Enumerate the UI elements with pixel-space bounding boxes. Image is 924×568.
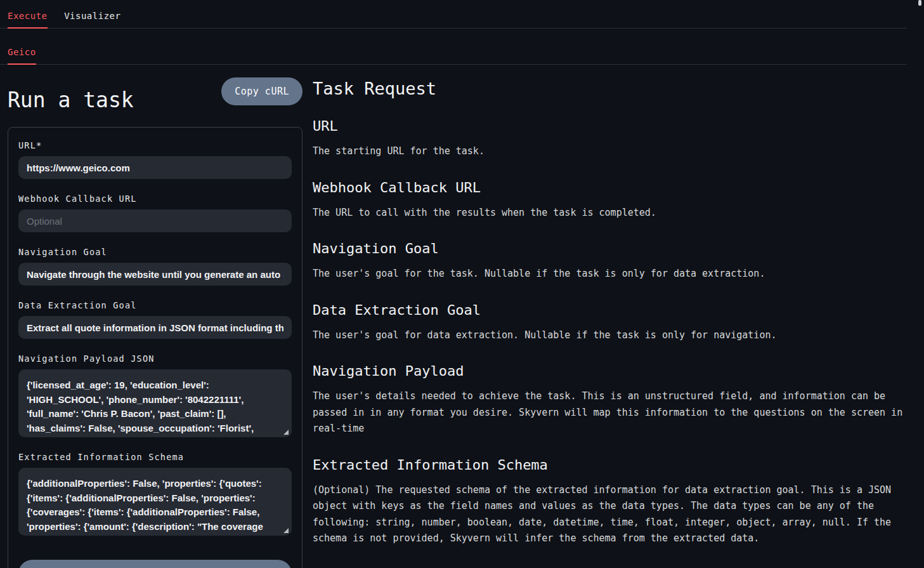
task-form-panel: Run a task Copy cURL URL* Webhook Callba… xyxy=(8,65,303,568)
section-navigation-goal-heading: Navigation Goal xyxy=(313,241,912,256)
copy-curl-button[interactable]: Copy cURL xyxy=(221,77,303,105)
tab-execute[interactable]: Execute xyxy=(8,11,48,28)
tab-visualizer[interactable]: Visualizer xyxy=(64,11,120,28)
page-title: Run a task xyxy=(8,77,134,112)
section-url-description: The starting URL for the task. xyxy=(313,143,906,160)
task-form-card: URL* Webhook Callback URL Navigation Goa… xyxy=(8,127,303,568)
url-field-group: URL* xyxy=(18,140,292,179)
left-header: Run a task Copy cURL xyxy=(8,77,303,112)
main-tabbar: Execute Visualizer xyxy=(0,0,907,29)
section-url-heading: URL xyxy=(313,118,912,134)
section-navigation-payload-description: The user's details needed to achieve the… xyxy=(313,388,906,437)
extracted-schema-wrap: {'additionalProperties': False, 'propert… xyxy=(18,468,292,536)
section-navigation-payload-heading: Navigation Payload xyxy=(313,363,912,379)
navigation-goal-input[interactable] xyxy=(18,263,292,286)
section-navigation-goal-description: The user's goal for the task. Nullable i… xyxy=(313,266,906,282)
task-request-docs-panel: Task Request URL The starting URL for th… xyxy=(313,65,912,568)
task-request-title: Task Request xyxy=(313,79,912,98)
extracted-schema-label: Extracted Information Schema xyxy=(18,452,292,462)
navigation-goal-label: Navigation Goal xyxy=(18,247,292,257)
navigation-payload-field-group: Navigation Payload JSON {'licensed_at_ag… xyxy=(18,353,292,437)
webhook-input[interactable] xyxy=(18,209,292,232)
secondary-tabbar: Geico xyxy=(0,29,907,65)
section-data-extraction-goal-description: The user's goal for data extraction. Nul… xyxy=(313,327,906,344)
webhook-label: Webhook Callback URL xyxy=(18,194,292,204)
url-label: URL* xyxy=(18,140,292,150)
resize-handle-icon[interactable] xyxy=(283,430,289,435)
extracted-schema-textarea[interactable]: {'additionalProperties': False, 'propert… xyxy=(18,468,292,536)
navigation-payload-label: Navigation Payload JSON xyxy=(18,353,292,364)
data-extraction-goal-label: Data Extraction Goal xyxy=(18,300,292,310)
navigation-payload-textarea[interactable]: {'licensed_at_age': 19, 'education_level… xyxy=(18,369,292,437)
section-extracted-schema-description: (Optional) The requested schema of the e… xyxy=(313,482,906,547)
resize-handle-icon[interactable] xyxy=(283,528,289,533)
main-content: Run a task Copy cURL URL* Webhook Callba… xyxy=(0,65,924,568)
data-extraction-goal-field-group: Data Extraction Goal xyxy=(18,300,292,339)
navigation-goal-field-group: Navigation Goal xyxy=(18,247,292,286)
section-webhook-description: The URL to call with the results when th… xyxy=(313,205,906,221)
extracted-schema-field-group: Extracted Information Schema {'additiona… xyxy=(18,452,292,536)
section-extracted-schema-heading: Extracted Information Schema xyxy=(313,457,912,473)
data-extraction-goal-input[interactable] xyxy=(18,316,292,339)
tab-geico[interactable]: Geico xyxy=(8,47,36,64)
webhook-field-group: Webhook Callback URL xyxy=(18,194,292,232)
section-webhook-heading: Webhook Callback URL xyxy=(313,180,912,195)
scrollbar[interactable] xyxy=(918,0,921,6)
section-data-extraction-goal-heading: Data Extraction Goal xyxy=(313,302,912,318)
execute-task-button[interactable]: Execute Task xyxy=(18,560,292,568)
url-input[interactable] xyxy=(18,156,292,179)
navigation-payload-wrap: {'licensed_at_age': 19, 'education_level… xyxy=(18,369,292,437)
